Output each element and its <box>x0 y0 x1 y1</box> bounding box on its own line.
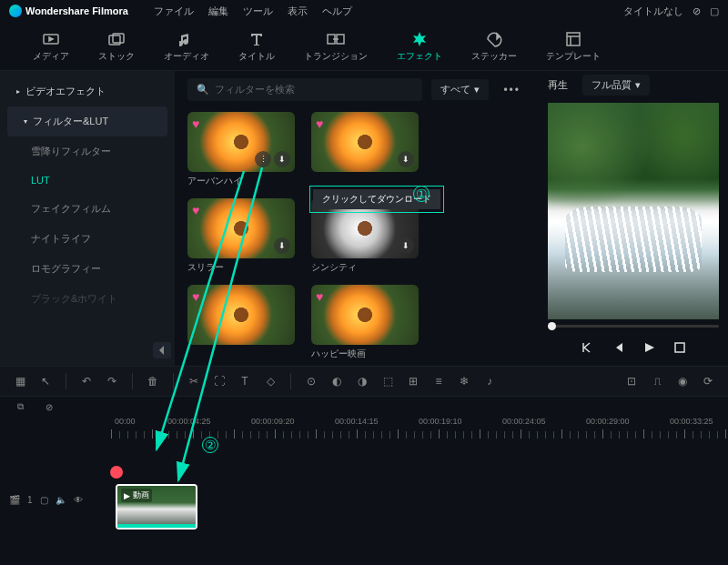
search-input[interactable]: 🔍 フィルターを検索 <box>187 78 422 101</box>
options-icon[interactable]: ⋮ <box>255 151 271 167</box>
tab-template[interactable]: テンプレート <box>531 26 615 66</box>
filter-item[interactable]: ♥ ハッピー映画 <box>311 285 419 360</box>
keyframe-icon[interactable]: ◇ <box>261 372 279 390</box>
crop-icon[interactable]: ⛶ <box>210 372 228 390</box>
audio-icon[interactable]: ♪ <box>480 372 499 390</box>
color-icon[interactable]: ◐ <box>328 372 346 390</box>
tab-effect[interactable]: エフェクト <box>382 26 457 66</box>
sidebar-item-snow[interactable]: 雪降りフィルター <box>0 136 175 166</box>
copy-icon[interactable]: ⧉ <box>11 398 29 416</box>
quality-dropdown[interactable]: フル品質 ▾ <box>582 75 650 96</box>
filter-label <box>311 175 419 185</box>
menu-edit[interactable]: 編集 <box>208 5 228 18</box>
video-track-icon[interactable]: 🎬 <box>9 495 20 505</box>
title-icon <box>248 30 266 48</box>
status-icon: ⊘ <box>693 5 701 17</box>
lock-icon[interactable]: ▢ <box>40 495 48 505</box>
heart-icon: ♥ <box>192 203 199 217</box>
menu-help[interactable]: ヘルプ <box>322 5 352 18</box>
category-tabs: メディア ストック オーディオ タイトル トランジション エフェクト ステッカー… <box>0 22 728 71</box>
render-icon[interactable]: ⟳ <box>699 372 717 390</box>
preview-panel: 再生 フル品質 ▾ <box>539 71 728 366</box>
play-controls <box>539 333 728 366</box>
annotation-2: ② <box>202 437 218 453</box>
sidebar-item-night[interactable]: ナイトライフ <box>0 224 175 254</box>
tab-audio[interactable]: オーディオ <box>149 26 224 66</box>
sidebar-item-lut[interactable]: LUT <box>0 166 175 194</box>
prev-icon[interactable] <box>609 338 627 357</box>
trash-icon[interactable]: 🗑 <box>144 372 162 390</box>
align-icon[interactable]: ≡ <box>430 372 448 390</box>
sidebar-item-fake[interactable]: フェイクフィルム <box>0 194 175 224</box>
heart-icon: ♥ <box>192 289 199 304</box>
sidebar-collapse[interactable] <box>153 342 171 358</box>
timeline[interactable]: 00:00 00:00:04:25 00:00:09:20 00:00:14:1… <box>0 417 728 544</box>
freeze-icon[interactable]: ❄ <box>455 372 473 390</box>
play-icon[interactable] <box>640 338 658 357</box>
tab-media[interactable]: メディア <box>18 26 84 66</box>
window-expand-icon[interactable]: ▢ <box>710 5 719 17</box>
sidebar-cat-filter-lut[interactable]: フィルター&LUT <box>7 106 167 136</box>
download-icon[interactable]: ⬇ <box>274 237 290 254</box>
tab-sticker[interactable]: ステッカー <box>457 26 531 66</box>
sticker-icon <box>485 30 503 48</box>
sidebar-cat-video-effect[interactable]: ビデオエフェクト <box>0 76 175 106</box>
undo-icon[interactable]: ↶ <box>77 372 96 390</box>
filter-item[interactable]: ♥ <box>187 285 295 360</box>
logo-icon <box>9 5 22 17</box>
redo-icon[interactable]: ↷ <box>103 372 121 390</box>
filter-dropdown[interactable]: すべて ▾ <box>431 79 489 100</box>
filter-grid-panel: 🔍 フィルターを検索 すべて ▾ ••• ♥⬇⋮ アーバンハイ ♥⬇ ♥⬇ スリ… <box>175 71 539 366</box>
eye-icon[interactable]: 👁 <box>74 495 83 505</box>
mask-icon[interactable]: ◑ <box>353 372 371 390</box>
tab-stock[interactable]: ストック <box>84 26 149 66</box>
tab-title[interactable]: タイトル <box>224 26 289 66</box>
heart-icon: ♥ <box>316 116 323 131</box>
grid-icon[interactable]: ▦ <box>11 372 29 390</box>
filter-item[interactable]: ♥⬇ スリラー <box>187 198 295 274</box>
menu-file[interactable]: ファイル <box>154 5 194 18</box>
link-icon[interactable]: ⊘ <box>40 398 58 416</box>
cut-icon[interactable]: ✂ <box>185 372 203 390</box>
titlebar: Wondershare Filmora ファイル 編集 ツール 表示 ヘルプ タ… <box>0 0 728 22</box>
download-icon[interactable]: ⬇ <box>274 151 290 167</box>
sidebar-item-lomo[interactable]: ロモグラフィー <box>0 254 175 284</box>
preview-video[interactable] <box>548 103 719 319</box>
sidebar-item-bw[interactable]: ブラック&ホワイト <box>0 284 175 314</box>
filter-label: アーバンハイ <box>187 175 295 187</box>
chevron-down-icon: ▾ <box>474 84 480 96</box>
svg-rect-6 <box>675 343 684 352</box>
timeline-head: ⧉ ⊘ <box>0 397 728 417</box>
menu-tool[interactable]: ツール <box>243 5 273 18</box>
filter-item[interactable]: ♥⬇⋮ アーバンハイ <box>187 112 295 187</box>
speed-icon[interactable]: ⊙ <box>302 372 320 390</box>
download-icon[interactable]: ⬇ <box>398 237 414 254</box>
record-icon[interactable]: ◉ <box>673 372 692 390</box>
filter-label: ハッピー映画 <box>311 348 419 360</box>
heart-icon: ♥ <box>192 116 199 131</box>
text-icon[interactable]: T <box>236 372 254 390</box>
app-logo: Wondershare Filmora <box>9 5 128 17</box>
scrubber[interactable] <box>539 319 728 333</box>
download-icon[interactable]: ⬇ <box>398 151 414 167</box>
timeline-toolbar: ▦ ↖ ↶ ↷ 🗑 ✂ ⛶ T ◇ ⊙ ◐ ◑ ⬚ ⊞ ≡ ❄ ♪ ⊡ ⎍ ◉ … <box>0 366 728 397</box>
greenscreen-icon[interactable]: ⬚ <box>379 372 397 390</box>
more-button[interactable]: ••• <box>498 80 526 100</box>
zoom-fit-icon[interactable]: ⊡ <box>622 372 641 390</box>
menu-view[interactable]: 表示 <box>288 5 308 18</box>
pip-icon[interactable]: ⊞ <box>404 372 422 390</box>
media-icon <box>42 30 60 48</box>
cursor-icon[interactable]: ↖ <box>36 372 55 390</box>
chevron-down-icon: ▾ <box>635 79 641 91</box>
time-mark: 00:00:24:05 <box>502 417 546 426</box>
filter-item[interactable]: ♥⬇ <box>311 112 419 187</box>
svg-rect-5 <box>567 33 580 45</box>
time-mark: 00:00:33:25 <box>670 417 713 426</box>
stop-icon[interactable] <box>671 338 689 357</box>
prev-frame-icon[interactable] <box>578 338 596 357</box>
mute-icon[interactable]: 🔈 <box>56 495 66 505</box>
tab-transition[interactable]: トランジション <box>289 26 382 66</box>
timeline-clip[interactable]: ▶動画 <box>116 484 197 530</box>
mixer-icon[interactable]: ⎍ <box>648 372 666 390</box>
audio-icon <box>177 30 196 48</box>
